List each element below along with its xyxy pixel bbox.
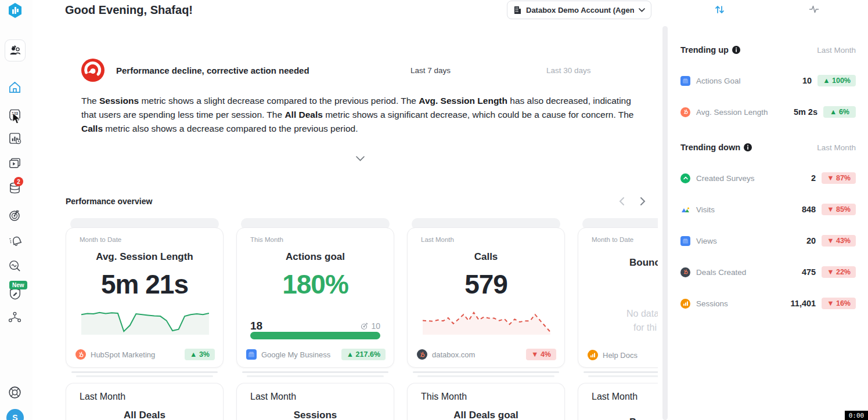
- card-stack-edge: [71, 371, 218, 373]
- alert-title: Performance decline, corrective action n…: [116, 66, 309, 75]
- no-data-text: for thi: [633, 321, 657, 335]
- carousel-prev-button[interactable]: [614, 194, 628, 208]
- goal-progress-bar: [250, 332, 380, 339]
- metric-card-page-views[interactable]: Last Month Page: [578, 383, 658, 420]
- card-title: Actions goal: [250, 251, 380, 263]
- change-badge: ▼ 4%: [526, 349, 556, 360]
- card-value: 579: [421, 269, 551, 300]
- sidebar-item-goals[interactable]: [8, 208, 21, 222]
- trending-item[interactable]: Sessions 11,401 ▼ 16%: [680, 295, 856, 312]
- trending-up-title: Trending up: [680, 45, 729, 55]
- trending-item[interactable]: Deals Created 475 ▼ 22%: [680, 264, 856, 280]
- help-button[interactable]: [8, 385, 22, 400]
- no-data-text: No data: [626, 307, 658, 321]
- metric-card-all-deals-goal[interactable]: This Month All Deals goal: [407, 383, 565, 420]
- card-footer: Help Docs: [588, 350, 658, 360]
- google-my-business-icon: [680, 236, 690, 246]
- sidebar-item-account-management[interactable]: [8, 311, 22, 324]
- trending-item[interactable]: Views 20 ▼ 43%: [680, 233, 856, 249]
- card-title: Sessions: [250, 410, 380, 420]
- card-title: Page: [629, 417, 653, 420]
- sort-metrics-button[interactable]: [714, 4, 725, 15]
- metric-card-actions-goal[interactable]: This Month Actions goal 180% 18 10 Googl…: [236, 227, 394, 368]
- trending-item[interactable]: Actions Goal 10 ▲ 100%: [680, 73, 856, 89]
- visits-analytics-icon: [680, 205, 690, 215]
- account-selector-label: Databox Demo Account (Agen...: [526, 6, 634, 15]
- trending-up-header: Trending up Last Month: [680, 45, 856, 55]
- card-stack-edge: [588, 375, 658, 377]
- trending-item-value: 20: [806, 236, 816, 245]
- expand-insight-button[interactable]: [352, 152, 368, 165]
- data-source-label: Help Docs: [603, 351, 658, 360]
- card-footer: databox.com ▼ 4%: [417, 349, 556, 360]
- trending-item-label: Avg. Session Length: [696, 108, 794, 117]
- databox-logo-icon: [7, 2, 23, 19]
- sidebar-item-agency[interactable]: [5, 39, 26, 61]
- sidebar-item-alerts[interactable]: [8, 234, 21, 247]
- sidebar-item-reports[interactable]: [8, 157, 21, 170]
- surveys-icon: [680, 173, 690, 183]
- trending-item-badge: ▲ 100%: [817, 75, 856, 86]
- card-title: Bounce: [629, 257, 658, 269]
- trending-item[interactable]: Visits 848 ▼ 85%: [680, 201, 856, 218]
- card-value: 5m 21s: [80, 269, 210, 300]
- trending-down-title: Trending down: [680, 143, 740, 152]
- card-stack-edge: [76, 375, 213, 377]
- trending-item-badge: ▼ 85%: [822, 204, 856, 215]
- sidebar-item-home[interactable]: [8, 81, 21, 94]
- left-nav-rail: 123 75 2: [0, 0, 33, 420]
- vertical-scrollbar[interactable]: [662, 26, 668, 420]
- user-avatar[interactable]: S: [6, 409, 24, 420]
- trending-item-value: 2: [811, 173, 816, 183]
- building-icon: [513, 6, 521, 15]
- lifebuoy-help-icon: [8, 385, 22, 400]
- card-date-range: This Month: [250, 236, 380, 243]
- card-date-range: Month to Date: [80, 236, 210, 243]
- metric-card-calls[interactable]: Last Month Calls 579 databox.com ▼ 4%: [407, 227, 565, 368]
- trending-item-label: Visits: [696, 205, 802, 214]
- activity-button[interactable]: [809, 4, 819, 15]
- goal-target-value: 10: [371, 321, 380, 331]
- trending-item-value: 475: [802, 267, 816, 277]
- tab-last-30-days[interactable]: Last 30 days: [546, 66, 591, 75]
- sidebar-item-databoards[interactable]: [8, 132, 21, 145]
- card-date-range: Last Month: [80, 392, 210, 402]
- hubspot-icon: [680, 107, 690, 117]
- sidebar-item-benchmarks[interactable]: [8, 259, 21, 273]
- metric-card-bounce[interactable]: Month to Date Bounce No data for thi Hel…: [578, 227, 658, 368]
- card-title: Calls: [421, 251, 551, 263]
- card-date-range: Last Month: [592, 392, 658, 402]
- trending-item-label: Created Surveys: [696, 174, 811, 183]
- trending-item-label: Views: [696, 237, 806, 245]
- trending-item-value: 11,401: [791, 299, 816, 308]
- trending-item[interactable]: Avg. Session Length 5m 2s ▲ 6%: [680, 104, 856, 120]
- card-date-range: Month to Date: [592, 236, 658, 243]
- mouse-cursor: [12, 113, 21, 125]
- alert-paragraph: The Sessions metric shows a slight decre…: [81, 94, 643, 136]
- card-stack-edge: [413, 371, 559, 373]
- trending-down-header: Trending down Last Month: [680, 143, 856, 152]
- metric-card-sessions[interactable]: Last Month Sessions: [236, 383, 394, 420]
- metric-card-all-deals[interactable]: Last Month All Deals: [66, 383, 224, 420]
- help-docs-icon: [588, 350, 598, 360]
- tab-last-7-days[interactable]: Last 7 days: [410, 66, 451, 75]
- card-title: All Deals goal: [421, 410, 551, 420]
- info-icon[interactable]: [732, 46, 740, 54]
- metric-card-avg-session-length[interactable]: Month to Date Avg. Session Length 5m 21s…: [66, 227, 224, 368]
- info-icon[interactable]: [744, 143, 752, 151]
- trending-period: Last Month: [817, 46, 856, 55]
- card-title: All Deals: [80, 410, 210, 420]
- carousel-next-button[interactable]: [636, 194, 650, 208]
- account-selector[interactable]: Databox Demo Account (Agen...: [507, 1, 651, 19]
- card-date-range: This Month: [421, 392, 551, 402]
- data-source-label: Google My Business: [261, 350, 341, 359]
- new-feature-badge: New: [9, 281, 27, 289]
- trending-item-badge: ▼ 43%: [822, 235, 856, 247]
- trending-item[interactable]: Created Surveys 2 ▼ 87%: [680, 170, 856, 186]
- chevron-down-icon: [639, 8, 645, 12]
- card-stack-edge: [247, 375, 384, 377]
- databox-logo[interactable]: [7, 2, 23, 19]
- hubspot-icon: [75, 349, 86, 360]
- trending-period: Last Month: [817, 143, 856, 152]
- databox-source-icon: [680, 267, 690, 277]
